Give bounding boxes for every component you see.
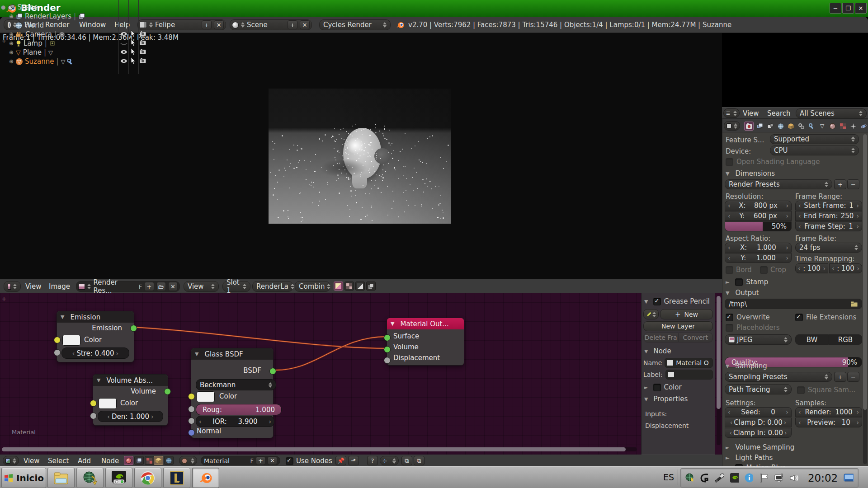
maximize-button[interactable]: ❐ xyxy=(842,3,854,14)
shader-context-toggles[interactable] xyxy=(154,456,174,465)
language-indicator[interactable]: ES xyxy=(663,472,674,482)
start-button[interactable]: Inicio xyxy=(1,468,46,488)
taskbar-blender[interactable] xyxy=(192,468,219,488)
tab-material[interactable] xyxy=(828,122,837,130)
tab-modifiers[interactable] xyxy=(807,122,816,130)
render-pass-selector[interactable]: Combin xyxy=(295,281,330,292)
taskbar-chrome[interactable] xyxy=(134,468,161,488)
light-paths-section[interactable]: ►Light Paths xyxy=(726,454,773,462)
grease-pencil-data-selector[interactable] xyxy=(643,309,659,319)
glass-ior-field[interactable]: ‹IOR: 3.900› xyxy=(196,416,274,427)
volume-sampling-section[interactable]: ►Volume Sampling xyxy=(726,443,794,451)
texture-nodes-icon[interactable] xyxy=(145,456,154,465)
bw-button[interactable]: BW xyxy=(795,334,829,345)
object-shader-icon[interactable] xyxy=(154,456,163,465)
layout-close-button[interactable]: ✕ xyxy=(214,20,224,29)
visibility-eye-icon[interactable] xyxy=(120,58,127,64)
render-layer-nodes-icon[interactable] xyxy=(134,456,144,465)
overwrite-toggle[interactable]: Overwrite xyxy=(726,313,770,321)
outliner-row-world[interactable]: World xyxy=(15,21,44,30)
material-new-button[interactable]: + xyxy=(256,456,265,465)
node-vscrollbar[interactable] xyxy=(717,296,721,445)
glass-distribution-dropdown[interactable]: Beckmann xyxy=(196,379,276,390)
tab-texture[interactable] xyxy=(839,122,847,130)
image-datablock-selector[interactable]: Render Res... F + 🗁 ✕ xyxy=(76,281,180,292)
channel-alpha-icon[interactable] xyxy=(344,282,354,291)
world-shader-icon[interactable] xyxy=(164,456,174,465)
renderable-camera-icon[interactable] xyxy=(140,40,146,45)
color-section[interactable]: ► Color xyxy=(644,383,712,391)
glass-output-socket[interactable] xyxy=(269,368,276,375)
render-engine-selector[interactable]: Cycles Render xyxy=(319,19,391,30)
scene-close-button[interactable]: ✕ xyxy=(300,20,310,29)
rgb-button[interactable]: RGB xyxy=(829,334,862,345)
glass-ior-socket[interactable] xyxy=(188,418,195,424)
auto-render-icon[interactable]: ? xyxy=(367,456,378,465)
emission-output-socket[interactable] xyxy=(130,325,137,332)
volume-density-socket[interactable] xyxy=(90,413,97,419)
paste-nodes-icon[interactable]: ⧉ xyxy=(414,456,425,465)
channel-copy-icon[interactable] xyxy=(366,282,376,291)
snap-selector[interactable]: ⊹ xyxy=(380,456,399,465)
output-path-field[interactable]: /tmp\ xyxy=(725,299,862,309)
image-menu-image[interactable]: Image xyxy=(49,278,70,295)
frame-step-field[interactable]: ‹Frame Step:1› xyxy=(795,221,862,231)
resolution-x-field[interactable]: ‹X:800 px› xyxy=(725,201,792,211)
outliner-row-plane[interactable]: ⊕ ▽ Plane | ▽ xyxy=(9,48,53,57)
file-extensions-toggle[interactable]: File Extensions xyxy=(795,313,856,321)
output-volume-socket[interactable] xyxy=(384,346,391,353)
outliner-display-mode[interactable]: All Scenes xyxy=(796,108,867,118)
file-format-dropdown[interactable]: JPEG xyxy=(725,334,792,345)
pin-icon[interactable]: 📌 xyxy=(335,456,346,465)
tray-downloader-icon[interactable] xyxy=(685,473,694,483)
scene-add-button[interactable]: + xyxy=(288,20,297,29)
node-name-field[interactable]: Material O xyxy=(665,358,713,368)
channel-color-alpha-icon[interactable] xyxy=(334,282,343,291)
glass-color-socket[interactable] xyxy=(188,393,195,400)
expander-icon[interactable]: ⊕ xyxy=(9,49,14,56)
renderable-camera-icon[interactable] xyxy=(140,58,146,63)
remap-old-field[interactable]: ‹: 100› xyxy=(795,263,828,273)
feature-set-dropdown[interactable]: Supported xyxy=(770,134,859,144)
image-unlink-button[interactable]: ✕ xyxy=(168,282,178,291)
selectable-cursor-icon[interactable] xyxy=(131,30,136,37)
glass-roughness-field[interactable]: Roug:1.000 xyxy=(196,404,282,415)
node-hscrollbar[interactable] xyxy=(2,447,637,451)
copy-nodes-icon[interactable]: ⧉ xyxy=(401,456,412,465)
aspect-y-field[interactable]: ‹Y:1.000› xyxy=(725,253,792,263)
output-surface-socket[interactable] xyxy=(384,334,391,341)
clamp-indirect-field[interactable]: ‹Clamp In: 0.00› xyxy=(725,428,792,438)
node-editor[interactable]: + ▼ Emission Emission Color ‹Stre: 0.400… xyxy=(0,293,722,455)
outliner-row-lamp[interactable]: ⊕ Lamp | xyxy=(9,39,56,48)
outliner-row-scene[interactable]: ● Scene xyxy=(1,3,38,12)
node-glass-bsdf[interactable]: ▼ Glass BSDF BSDF Beckmann Color Roug:1.… xyxy=(191,348,274,438)
dimensions-section[interactable]: ▼Dimensions xyxy=(726,169,775,178)
crop-toggle[interactable]: Crop xyxy=(760,266,786,274)
start-frame-field[interactable]: ‹Start Frame:1› xyxy=(795,201,862,211)
border-toggle[interactable]: Bord xyxy=(726,266,752,274)
glass-color-swatch[interactable] xyxy=(197,391,215,402)
expander-icon[interactable]: ⊕ xyxy=(9,31,14,38)
preset-add-button[interactable]: + xyxy=(834,179,846,189)
tab-data[interactable]: ▽ xyxy=(818,122,826,130)
outliner-row-camera[interactable]: ⊕ Camera | xyxy=(9,30,65,39)
taskbar-file-explorer[interactable] xyxy=(47,468,75,488)
frame-rate-dropdown[interactable]: 24 fps xyxy=(795,243,862,253)
tray-volume-icon[interactable] xyxy=(789,474,798,483)
close-button[interactable]: ✕ xyxy=(855,3,867,14)
tray-nvidia-icon[interactable] xyxy=(730,473,739,483)
node-section[interactable]: ▼Node xyxy=(644,347,712,355)
expander-icon[interactable]: ⊕ xyxy=(9,40,14,47)
tray-info-icon[interactable]: i xyxy=(745,473,753,483)
tab-object[interactable] xyxy=(787,122,795,130)
emission-strength-socket[interactable] xyxy=(54,349,61,356)
render-layer-selector[interactable]: RenderLa xyxy=(252,281,293,292)
remap-new-field[interactable]: ‹: 100› xyxy=(829,263,862,273)
image-new-button[interactable]: + xyxy=(144,282,154,291)
tab-constraints[interactable] xyxy=(797,122,806,130)
image-editor[interactable]: Frame:1 | Time:00:34.46 | Mem:2.36M, Pea… xyxy=(0,33,722,279)
material-nodes-icon[interactable] xyxy=(124,456,133,465)
properties-scrollbar[interactable] xyxy=(863,134,867,464)
sampling-preset-add-button[interactable]: + xyxy=(834,372,846,382)
properties-type-selector[interactable] xyxy=(724,121,740,131)
